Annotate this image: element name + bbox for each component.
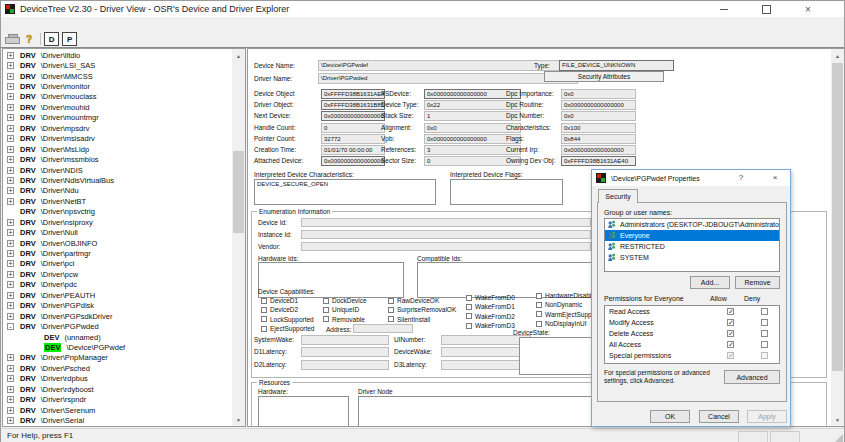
deny-checkbox[interactable] [761, 308, 768, 315]
checkbox-icon[interactable] [466, 304, 472, 310]
expander-icon[interactable]: + [7, 386, 14, 393]
tree-item[interactable]: + DRV \Driver\mountmgr [3, 113, 232, 123]
main-scrollbar[interactable]: ▲ ▼ [831, 49, 844, 426]
expander-icon[interactable]: + [7, 156, 14, 163]
remove-button[interactable]: Remove [735, 276, 780, 289]
pnp-view-button[interactable]: P [62, 32, 77, 46]
checkbox-icon[interactable] [466, 313, 472, 319]
expander-icon[interactable]: + [7, 167, 14, 174]
checkbox-icon[interactable] [466, 323, 472, 329]
checkbox-icon[interactable] [323, 307, 329, 313]
close-button[interactable]: × [793, 1, 823, 17]
ok-button[interactable]: OK [650, 410, 690, 423]
tree-item[interactable]: + DRV \Driver\PGPdisk [3, 301, 232, 311]
checkbox-icon[interactable] [323, 298, 329, 304]
expander-icon[interactable]: + [7, 354, 14, 361]
deny-checkbox[interactable] [761, 319, 768, 326]
tree-item[interactable]: + DRV \Driver\LSI_SAS [3, 60, 232, 70]
deny-checkbox[interactable] [761, 330, 768, 337]
expander-icon[interactable]: + [7, 281, 14, 288]
menu-item[interactable] [33, 17, 49, 31]
tree-item[interactable]: + DRV \Driver\OBJINFO [3, 238, 232, 248]
resize-grip[interactable] [834, 434, 843, 442]
expander-icon[interactable] [7, 208, 14, 215]
tree-item[interactable]: + DRV \Driver\rdpbus [3, 374, 232, 384]
tree-item[interactable]: + DRV \Driver\pdc [3, 280, 232, 290]
allow-checkbox[interactable] [727, 330, 734, 337]
expander-icon[interactable]: + [7, 73, 14, 80]
allow-checkbox[interactable] [727, 341, 734, 348]
cancel-button[interactable]: Cancel [699, 410, 739, 423]
expander-icon[interactable] [31, 334, 38, 341]
scrollbar-thumb[interactable] [233, 151, 244, 233]
tree-item[interactable]: + DRV \Driver\partmgr [3, 248, 232, 258]
allow-checkbox[interactable] [727, 319, 734, 326]
tree-item[interactable]: + DRV \Driver\mouclass [3, 92, 232, 102]
tree-item[interactable]: - DRV \Driver\PGPwded [3, 321, 232, 331]
allow-checkbox[interactable] [727, 308, 734, 315]
menu-item[interactable] [49, 17, 65, 31]
print-button[interactable] [5, 34, 20, 44]
tab-security[interactable]: Security [598, 189, 638, 203]
expander-icon[interactable]: + [7, 365, 14, 372]
tree-item[interactable]: + DRV \Driver\MMCSS [3, 71, 232, 81]
expander-icon[interactable]: + [7, 302, 14, 309]
expander-icon[interactable]: + [7, 271, 14, 278]
checkbox-icon[interactable] [323, 316, 329, 322]
checkbox-icon[interactable] [261, 316, 267, 322]
expander-icon[interactable]: + [7, 229, 14, 236]
expander-icon[interactable]: + [7, 135, 14, 142]
tree-item[interactable]: DRV \Driver\npsvctrig [3, 207, 232, 217]
expander-icon[interactable] [31, 344, 38, 351]
expander-icon[interactable]: + [7, 219, 14, 226]
expander-icon[interactable]: + [7, 375, 14, 382]
checkbox-icon[interactable] [388, 316, 394, 322]
scroll-down-icon[interactable]: ▼ [232, 413, 245, 426]
checkbox-icon[interactable] [466, 295, 472, 301]
tree-item[interactable]: + DRV \Driver\Serial [3, 415, 232, 425]
tree-item[interactable]: + DRV \Driver\nsiproxy [3, 217, 232, 227]
checkbox-icon[interactable] [261, 298, 267, 304]
deny-checkbox[interactable] [761, 352, 768, 359]
checkbox-icon[interactable] [536, 321, 542, 327]
checkbox-icon[interactable] [388, 298, 394, 304]
tree-item[interactable]: + DRV \Driver\MsLldp [3, 144, 232, 154]
scroll-up-icon[interactable]: ▲ [232, 49, 245, 62]
security-attributes-button[interactable]: Security Attributes [544, 71, 664, 82]
advanced-button[interactable]: Advanced [724, 370, 780, 384]
expander-icon[interactable]: + [7, 93, 14, 100]
tree-item[interactable]: + DRV \Driver\Ndu [3, 186, 232, 196]
expander-icon[interactable]: + [7, 177, 14, 184]
tree-item[interactable]: + DRV \Driver\mssmbios [3, 154, 232, 164]
help-icon[interactable]: ? [26, 34, 32, 45]
tree-item[interactable]: + DRV \Driver\lltdio [3, 50, 232, 60]
expander-icon[interactable]: + [7, 417, 14, 424]
expander-icon[interactable]: - [7, 323, 14, 330]
user-list-item[interactable]: Administrators (DESKTOP-JDBOUGT\Administ… [605, 219, 779, 230]
scroll-down-icon[interactable]: ▼ [831, 413, 844, 426]
tree-item[interactable]: + DRV \Driver\NDIS [3, 165, 232, 175]
tree-item[interactable]: DEV (unnamed) [3, 332, 232, 342]
tree-item[interactable]: + DRV \Driver\monitor [3, 81, 232, 91]
allow-checkbox[interactable] [727, 352, 734, 359]
tree-item[interactable]: + DRV \Driver\pcw [3, 269, 232, 279]
tree-item[interactable]: + DRV \Driver\NdisVirtualBus [3, 175, 232, 185]
checkbox-icon[interactable] [261, 326, 267, 332]
deny-checkbox[interactable] [761, 341, 768, 348]
user-list-item[interactable]: SYSTEM [605, 252, 779, 263]
expander-icon[interactable]: + [7, 52, 14, 59]
tree-item[interactable]: + DRV \Driver\Null [3, 227, 232, 237]
expander-icon[interactable]: + [7, 83, 14, 90]
checkbox-icon[interactable] [536, 293, 542, 299]
tree-item[interactable]: + DRV \Driver\msisadrv [3, 134, 232, 144]
checkbox-icon[interactable] [536, 302, 542, 308]
menu-item[interactable] [17, 17, 33, 31]
tree-item[interactable]: + DRV \Driver\mpsdrv [3, 123, 232, 133]
tree-item[interactable]: + DRV \Driver\Serenum [3, 405, 232, 415]
expander-icon[interactable]: + [7, 114, 14, 121]
menu-item[interactable] [1, 17, 17, 31]
expander-icon[interactable]: + [7, 240, 14, 247]
expander-icon[interactable]: + [7, 125, 14, 132]
expander-icon[interactable]: + [7, 146, 14, 153]
tree-item[interactable]: + DRV \Driver\Psched [3, 363, 232, 373]
